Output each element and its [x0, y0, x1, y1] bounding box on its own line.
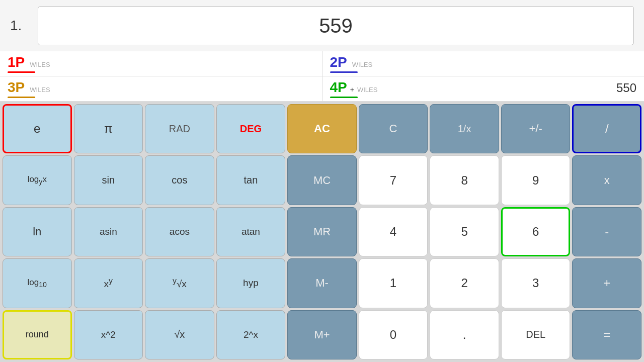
player-row-2: 3P WILES 4P + WILES 550: [0, 76, 644, 102]
player-tab-4p[interactable]: 4P + WILES 550: [323, 76, 645, 101]
btn-mminus[interactable]: M-: [287, 258, 357, 308]
player-4p-score: 550: [616, 81, 636, 95]
btn-8[interactable]: 8: [430, 155, 499, 205]
display-number: 1.: [10, 18, 30, 34]
btn-round[interactable]: round: [3, 310, 72, 359]
btn-mr[interactable]: MR: [287, 207, 357, 256]
btn-5[interactable]: 5: [430, 207, 499, 256]
btn-xsq[interactable]: x^2: [74, 310, 143, 359]
btn-divide[interactable]: /: [572, 104, 641, 153]
btn-del[interactable]: DEL: [501, 310, 571, 359]
player-2p-label: 2P: [330, 54, 347, 70]
player-4p-wiles: WILES: [357, 86, 377, 94]
btn-minus[interactable]: -: [572, 207, 641, 256]
player-tab-3p[interactable]: 3P WILES: [0, 76, 323, 101]
btn-atan[interactable]: atan: [216, 207, 286, 256]
btn-yrootx[interactable]: y√x: [145, 258, 214, 308]
display-input[interactable]: [38, 6, 634, 45]
btn-times[interactable]: x: [572, 155, 641, 205]
btn-pi[interactable]: π: [74, 104, 143, 153]
player-tab-1p[interactable]: 1P WILES: [0, 51, 323, 76]
btn-4[interactable]: 4: [359, 207, 428, 256]
btn-rad[interactable]: RAD: [145, 104, 214, 153]
btn-twox[interactable]: 2^x: [216, 310, 286, 359]
btn-mc[interactable]: MC: [287, 155, 357, 205]
btn-hyp[interactable]: hyp: [216, 258, 286, 308]
btn-asin[interactable]: asin: [74, 207, 143, 256]
btn-sqrt[interactable]: √x: [145, 310, 214, 359]
btn-logy[interactable]: logyx: [3, 155, 72, 205]
player-3p-label: 3P: [8, 79, 25, 96]
btn-mplus[interactable]: M+: [287, 310, 357, 359]
player-row-1: 1P WILES 2P WILES: [0, 51, 644, 76]
btn-equals[interactable]: =: [572, 310, 641, 359]
player-4p-plus: +: [350, 85, 354, 94]
btn-plus[interactable]: +: [572, 258, 641, 308]
player-4p-label: 4P: [330, 79, 347, 96]
btn-c[interactable]: C: [359, 104, 428, 153]
btn-cos[interactable]: cos: [145, 155, 214, 205]
player-tab-2p[interactable]: 2P WILES: [323, 51, 645, 76]
btn-ac[interactable]: AC: [287, 104, 357, 153]
btn-plusminus[interactable]: +/-: [501, 104, 571, 153]
btn-0[interactable]: 0: [359, 310, 428, 359]
btn-2[interactable]: 2: [430, 258, 499, 308]
btn-log10[interactable]: log10: [3, 258, 72, 308]
display-area: 1.: [0, 0, 644, 51]
btn-inv[interactable]: 1/x: [430, 104, 499, 153]
btn-xy[interactable]: xy: [74, 258, 143, 308]
btn-7[interactable]: 7: [359, 155, 428, 205]
btn-sin[interactable]: sin: [74, 155, 143, 205]
btn-9[interactable]: 9: [501, 155, 571, 205]
calculator-grid: e π RAD DEG AC C 1/x +/- / logyx sin cos…: [0, 102, 644, 362]
player-1p-label: 1P: [8, 54, 25, 70]
player-1p-wiles: WILES: [30, 61, 50, 68]
btn-1[interactable]: 1: [359, 258, 428, 308]
btn-3[interactable]: 3: [501, 258, 571, 308]
btn-ln[interactable]: ln: [3, 207, 72, 256]
btn-acos[interactable]: acos: [145, 207, 214, 256]
btn-6[interactable]: 6: [501, 207, 571, 256]
btn-e[interactable]: e: [3, 104, 72, 153]
player-3p-wiles: WILES: [30, 86, 50, 94]
btn-deg[interactable]: DEG: [216, 104, 286, 153]
player-2p-wiles: WILES: [352, 61, 372, 68]
btn-dot[interactable]: .: [430, 310, 499, 359]
btn-tan[interactable]: tan: [216, 155, 286, 205]
